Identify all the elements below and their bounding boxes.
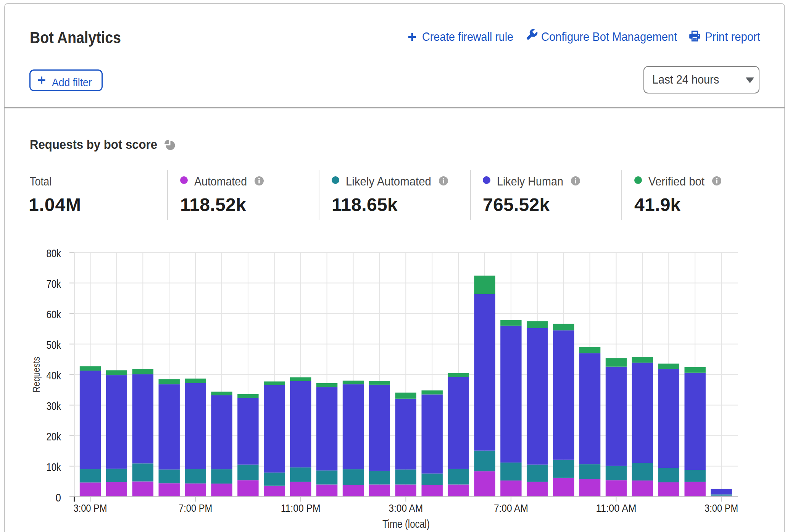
svg-text:10k: 10k [47, 461, 61, 473]
svg-text:70k: 70k [47, 277, 61, 290]
svg-text:60k: 60k [47, 308, 61, 321]
svg-text:40k: 40k [47, 369, 61, 382]
svg-text:11:00 PM: 11:00 PM [281, 503, 321, 514]
svg-text:3:00 AM: 3:00 AM [389, 503, 423, 514]
svg-text:3:00 PM: 3:00 PM [705, 503, 738, 514]
svg-text:7:00 AM: 7:00 AM [494, 503, 528, 514]
svg-text:30k: 30k [47, 400, 61, 412]
svg-text:Requests: Requests [31, 357, 42, 393]
svg-text:20k: 20k [47, 430, 61, 443]
svg-text:Time (local): Time (local) [382, 518, 430, 530]
svg-text:3:00 PM: 3:00 PM [74, 503, 107, 514]
svg-text:80k: 80k [47, 247, 61, 260]
svg-text:0: 0 [56, 491, 61, 504]
svg-text:11:00 AM: 11:00 AM [596, 503, 637, 514]
svg-text:7:00 PM: 7:00 PM [179, 503, 212, 514]
svg-text:50k: 50k [47, 339, 61, 351]
